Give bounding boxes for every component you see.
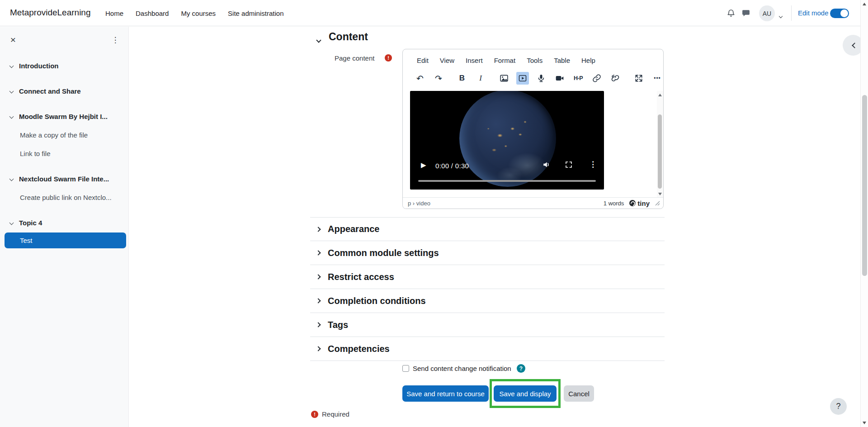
video-progress-bar[interactable]	[418, 180, 596, 182]
sidebar-item-topic-4[interactable]: Topic 4	[0, 217, 128, 228]
content-section-chevron-icon[interactable]	[317, 36, 321, 44]
nav-dashboard[interactable]: Dashboard	[136, 9, 169, 17]
tiny-brand-logo[interactable]: tiny	[629, 199, 650, 207]
earth-night-video-frame	[459, 91, 556, 187]
editor-menubar: Edit View Insert Format Tools Table Help	[417, 57, 595, 64]
menu-table[interactable]: Table	[554, 57, 570, 64]
element-path[interactable]: p › video	[408, 200, 430, 207]
menu-help[interactable]: Help	[581, 57, 595, 64]
content-section-title[interactable]: Content	[329, 31, 368, 43]
video-mute-icon[interactable]	[542, 161, 551, 169]
editor-scrollbar[interactable]	[657, 91, 663, 198]
menu-view[interactable]: View	[440, 57, 454, 64]
bold-icon[interactable]: B	[456, 72, 468, 85]
scroll-down-arrow-icon[interactable]	[863, 422, 866, 424]
edit-mode-toggle[interactable]	[830, 9, 849, 18]
video-play-icon[interactable]: ▶	[421, 161, 426, 169]
close-drawer-icon[interactable]: ×	[7, 34, 19, 46]
notifications-bell-icon[interactable]	[726, 8, 736, 19]
drawer-kebab-menu-icon[interactable]: ⋮	[110, 34, 120, 46]
section-competencies[interactable]: Competencies	[310, 337, 665, 361]
insert-media-icon[interactable]	[516, 72, 529, 85]
required-icon: !	[311, 411, 318, 418]
sidebar-item-make-a-copy[interactable]: Make a copy of the file	[0, 129, 128, 141]
scroll-down-arrow-icon[interactable]	[658, 193, 662, 195]
video-time: 0:00 / 0:30	[435, 162, 469, 170]
word-count: 1 words	[604, 200, 624, 207]
editor-content-area[interactable]: ▶ 0:00 / 0:30 ⋮	[403, 91, 658, 198]
section-completion-conditions[interactable]: Completion conditions	[310, 289, 665, 313]
user-avatar[interactable]: AU	[759, 5, 775, 21]
page-scrollbar[interactable]	[860, 0, 868, 427]
chevron-down-icon	[9, 176, 14, 181]
h5p-icon[interactable]: H-P	[572, 72, 585, 85]
editor-scrollbar-thumb[interactable]	[658, 114, 662, 189]
record-audio-microphone-icon[interactable]	[535, 72, 547, 85]
sidebar-item-create-public-link[interactable]: Create public link on Nextclo...	[0, 191, 128, 203]
undo-icon[interactable]: ↶	[414, 72, 426, 85]
nav-home[interactable]: Home	[105, 9, 123, 17]
chevron-right-icon	[316, 274, 321, 279]
page-scrollbar-thumb[interactable]	[862, 95, 867, 276]
save-and-display-button[interactable]: Save and display	[494, 385, 557, 402]
site-brand[interactable]: MetaprovideLearning	[10, 8, 91, 18]
sidebar-item-test-active[interactable]: Test	[5, 232, 126, 248]
menu-insert[interactable]: Insert	[466, 57, 483, 64]
editor-statusbar: p › video 1 words tiny	[403, 197, 663, 209]
insert-image-icon[interactable]	[498, 72, 510, 85]
save-and-return-button[interactable]: Save and return to course	[402, 385, 489, 402]
required-label: Required	[322, 410, 349, 418]
video-options-kebab-icon[interactable]: ⋮	[589, 160, 597, 169]
fullscreen-icon[interactable]	[632, 72, 645, 85]
editor-resize-handle-icon[interactable]	[655, 201, 660, 206]
tiny-logo-icon	[629, 200, 636, 206]
user-menu-chevron-icon[interactable]	[779, 11, 782, 19]
sidebar-item-connect-and-share[interactable]: Connect and Share	[0, 85, 128, 97]
required-field-icon: !	[385, 54, 392, 62]
record-video-camera-icon[interactable]	[553, 72, 566, 85]
chevron-right-icon	[316, 250, 321, 255]
course-index-drawer: × ⋮ Introduction Connect and Share Moodl…	[0, 27, 129, 427]
sidebar-item-moodle-swarm[interactable]: Moodle Swarm By Hejbit I...	[0, 110, 128, 122]
section-common-module-settings[interactable]: Common module settings	[310, 241, 665, 265]
chevron-right-icon	[316, 322, 321, 327]
menu-tools[interactable]: Tools	[527, 57, 542, 64]
sidebar-item-link-to-file[interactable]: Link to file	[0, 147, 128, 159]
scroll-up-arrow-icon[interactable]	[658, 94, 662, 96]
send-notification-label: Send content change notification	[413, 365, 511, 372]
chevron-down-icon	[9, 220, 14, 225]
section-appearance[interactable]: Appearance	[310, 217, 665, 241]
chevron-down-icon	[9, 63, 14, 68]
video-fullscreen-icon[interactable]	[565, 161, 573, 169]
sidebar-item-nextcloud-swarm[interactable]: Nextcloud Swarm File Inte...	[0, 173, 128, 185]
primary-nav: Home Dashboard My courses Site administr…	[105, 0, 284, 26]
menu-format[interactable]: Format	[494, 57, 516, 64]
send-notification-checkbox[interactable]	[402, 365, 409, 372]
section-restrict-access[interactable]: Restrict access	[310, 265, 665, 289]
page-content-label: Page content	[335, 54, 374, 62]
more-tools-icon[interactable]: •••	[651, 72, 664, 85]
messages-icon[interactable]	[741, 8, 751, 19]
chevron-right-icon	[316, 346, 321, 351]
menu-edit[interactable]: Edit	[417, 57, 429, 64]
chevron-down-icon	[9, 89, 14, 93]
required-legend: ! Required	[311, 410, 349, 418]
chevron-left-icon	[852, 43, 858, 48]
video-player: ▶ 0:00 / 0:30 ⋮	[410, 91, 604, 190]
redo-icon[interactable]: ↷	[432, 72, 445, 85]
insert-link-icon[interactable]	[590, 72, 603, 85]
italic-icon[interactable]: I	[474, 72, 487, 85]
unlink-icon[interactable]	[609, 72, 622, 85]
scroll-up-arrow-icon[interactable]	[863, 3, 866, 5]
help-icon[interactable]: ?	[517, 364, 525, 373]
chevron-right-icon	[316, 227, 321, 232]
chevron-right-icon	[316, 298, 321, 303]
nav-my-courses[interactable]: My courses	[181, 9, 216, 17]
help-fab-button[interactable]: ?	[830, 398, 847, 415]
section-tags[interactable]: Tags	[310, 313, 665, 337]
top-navbar: MetaprovideLearning Home Dashboard My co…	[0, 0, 860, 26]
cancel-button[interactable]: Cancel	[564, 385, 594, 402]
nav-site-administration[interactable]: Site administration	[228, 9, 283, 17]
edit-mode-label: Edit mode	[798, 9, 829, 17]
sidebar-item-introduction[interactable]: Introduction	[0, 60, 128, 71]
